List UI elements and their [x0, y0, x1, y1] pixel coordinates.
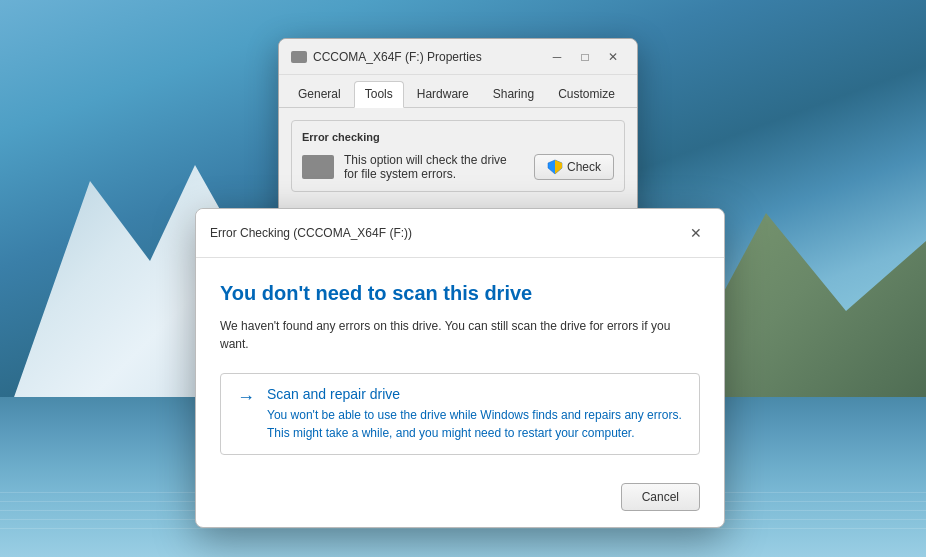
scan-arrow-icon: →: [237, 387, 255, 408]
section-title: Error checking: [302, 131, 614, 143]
dialog-footer: Cancel: [196, 471, 724, 527]
properties-content: Error checking This option will check th…: [279, 108, 637, 212]
tab-tools[interactable]: Tools: [354, 81, 404, 108]
scan-repair-option[interactable]: → Scan and repair drive You won't be abl…: [220, 373, 700, 455]
error-checking-dialog: Error Checking (CCCOMA_X64F (F:)) ✕ You …: [195, 208, 725, 528]
properties-title: CCCOMA_X64F (F:) Properties: [313, 50, 482, 64]
error-checking-description: This option will check the drive for fil…: [344, 153, 524, 181]
properties-titlebar: CCCOMA_X64F (F:) Properties ─ □ ✕: [279, 39, 637, 75]
dialog-title: Error Checking (CCCOMA_X64F (F:)): [210, 226, 412, 240]
scan-option-title: Scan and repair drive: [267, 386, 683, 402]
water-line-5: [0, 528, 926, 529]
dialog-body: You don't need to scan this drive We hav…: [196, 258, 724, 471]
tab-hardware[interactable]: Hardware: [406, 81, 480, 107]
close-button[interactable]: ✕: [601, 45, 625, 69]
dialog-cancel-button[interactable]: Cancel: [621, 483, 700, 511]
scan-option-description: You won't be able to use the drive while…: [267, 406, 683, 442]
titlebar-left: CCCOMA_X64F (F:) Properties: [291, 50, 482, 64]
window-icon: [291, 51, 307, 63]
check-button-label: Check: [567, 160, 601, 174]
minimize-button[interactable]: ─: [545, 45, 569, 69]
check-button[interactable]: Check: [534, 154, 614, 180]
drive-icon: [302, 155, 334, 179]
tabs-bar: General Tools Hardware Sharing Customize: [279, 75, 637, 108]
maximize-button[interactable]: □: [573, 45, 597, 69]
svg-marker-1: [555, 160, 562, 174]
tab-customize[interactable]: Customize: [547, 81, 626, 107]
shield-uac-icon: [547, 159, 563, 175]
section-row: This option will check the drive for fil…: [302, 153, 614, 181]
tab-general[interactable]: General: [287, 81, 352, 107]
error-checking-section: Error checking This option will check th…: [291, 120, 625, 192]
dialog-heading: You don't need to scan this drive: [220, 282, 700, 305]
dialog-titlebar: Error Checking (CCCOMA_X64F (F:)) ✕: [196, 209, 724, 258]
dialog-description: We haven't found any errors on this driv…: [220, 317, 700, 353]
scan-option-content: Scan and repair drive You won't be able …: [267, 386, 683, 442]
dialog-close-button[interactable]: ✕: [682, 219, 710, 247]
tab-sharing[interactable]: Sharing: [482, 81, 545, 107]
window-controls: ─ □ ✕: [545, 45, 625, 69]
